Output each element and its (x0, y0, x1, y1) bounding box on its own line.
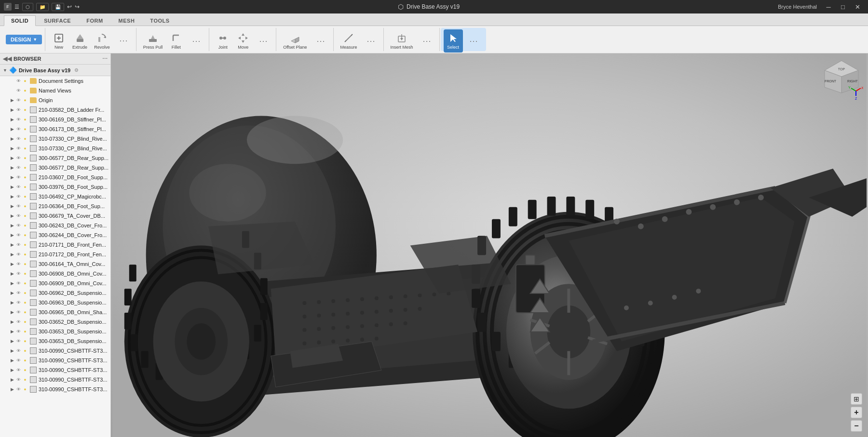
construct-plane-button[interactable]: Offset Plane (280, 29, 310, 53)
tree-item-item-22[interactable]: ▶👁●300-06965_DB_Omni_Sha... (0, 307, 110, 317)
tree-item-item-15[interactable]: ▶👁●210-07171_DB_Front_Fen... (0, 240, 110, 250)
visibility-icon[interactable]: 👁 (15, 252, 21, 257)
visibility-icon[interactable]: 👁 (15, 146, 21, 151)
save-btn[interactable]: 💾 (52, 3, 64, 11)
tree-item-item-04[interactable]: ▶👁●310-07330_CP_Blind_Rive... (0, 134, 110, 144)
expand-icon[interactable]: ▶ (9, 165, 15, 170)
expand-icon[interactable]: ▶ (9, 175, 15, 180)
lightbulb-icon[interactable]: ● (22, 242, 28, 248)
expand-icon[interactable]: ▶ (9, 262, 15, 266)
lightbulb-icon[interactable]: ● (22, 338, 28, 344)
expand-icon[interactable]: ▶ (9, 387, 15, 392)
visibility-icon[interactable]: 👁 (15, 329, 21, 334)
assemble-joint-button[interactable]: Joint (213, 29, 232, 53)
lightbulb-icon[interactable]: ● (22, 146, 28, 151)
lightbulb-icon[interactable]: ● (22, 165, 28, 171)
visibility-icon[interactable]: 👁 (15, 280, 21, 286)
close-button[interactable]: ✕ (851, 0, 864, 13)
tree-item-item-21[interactable]: ▶👁●300-06963_DB_Suspensio... (0, 298, 110, 307)
tree-item-item-30[interactable]: ▶👁●310-00990_CSHBTTF-ST3... (0, 384, 110, 394)
lightbulb-icon[interactable]: ● (22, 194, 28, 199)
expand-icon[interactable]: ▶ (9, 377, 15, 382)
expand-icon[interactable]: ▶ (9, 223, 15, 228)
tree-item-item-24[interactable]: ▶👁●300-03653_DB_Suspensio... (0, 327, 110, 336)
expand-icon[interactable]: ▶ (9, 146, 15, 151)
tab-tools[interactable]: TOOLS (143, 15, 176, 26)
lightbulb-icon[interactable]: ● (22, 97, 28, 103)
browser-collapse-left[interactable]: ◀◀ (3, 55, 12, 62)
tree-item-item-08[interactable]: ▶👁●210-03607_DB_Foot_Supp... (0, 172, 110, 182)
tree-item-item-16[interactable]: ▶👁●210-07172_DB_Front_Fen... (0, 250, 110, 259)
visibility-icon[interactable]: 👁 (15, 126, 21, 132)
expand-icon[interactable]: ▶ (9, 329, 15, 334)
measure-button[interactable]: Measure (338, 29, 360, 53)
visibility-icon[interactable]: 👁 (15, 348, 21, 354)
lightbulb-icon[interactable]: ● (22, 271, 28, 277)
visibility-icon[interactable]: 👁 (15, 155, 21, 161)
expand-icon[interactable]: ▶ (9, 291, 15, 295)
tree-item-origin[interactable]: ▶👁●Origin (0, 95, 110, 105)
tree-item-item-29[interactable]: ▶👁●310-00990_CSHBTTF-ST3... (0, 375, 110, 384)
expand-icon[interactable]: ▶ (9, 185, 15, 189)
new-btn[interactable]: ⬡ (22, 3, 33, 11)
expand-icon[interactable]: ▶ (9, 368, 15, 372)
tree-item-item-10[interactable]: ▶👁●310-06492_CP_Magicrobc... (0, 192, 110, 201)
undo-btn[interactable]: ↩ (67, 3, 72, 10)
expand-icon[interactable]: ▶ (9, 204, 15, 209)
visibility-icon[interactable]: 👁 (15, 88, 21, 93)
tree-item-document-settings[interactable]: 👁●Document Settings (0, 76, 110, 86)
visibility-icon[interactable]: 👁 (15, 338, 21, 344)
lightbulb-icon[interactable]: ● (22, 88, 28, 93)
tree-item-item-17[interactable]: ▶👁●300-06164_TA_Omni_Cov... (0, 259, 110, 269)
tree-item-item-27[interactable]: ▶👁●310-00990_CSHBTTF-ST3... (0, 356, 110, 365)
visibility-icon[interactable]: 👁 (15, 174, 21, 180)
more-insert-button[interactable]: ⋯ (417, 29, 436, 53)
tree-item-named-views[interactable]: 👁●Named Views (0, 86, 110, 95)
lightbulb-icon[interactable]: ● (22, 348, 28, 354)
visibility-icon[interactable]: 👁 (15, 290, 21, 296)
expand-icon[interactable]: ▶ (9, 300, 15, 305)
browser-options-icon[interactable]: ⋯ (102, 56, 108, 62)
lightbulb-icon[interactable]: ● (22, 309, 28, 315)
lightbulb-icon[interactable]: ● (22, 329, 28, 334)
expand-icon[interactable]: ▶ (9, 252, 15, 257)
lightbulb-icon[interactable]: ● (22, 203, 28, 209)
tree-item-item-01[interactable]: ▶👁●210-03582_DB_Ladder Fr... (0, 105, 110, 115)
zoom-to-fit-button[interactable]: ⊞ (851, 393, 862, 405)
lightbulb-icon[interactable]: ● (22, 184, 28, 190)
expand-icon[interactable]: ▶ (9, 242, 15, 247)
more-construct-button[interactable]: ⋯ (311, 29, 330, 53)
lightbulb-icon[interactable]: ● (22, 155, 28, 161)
lightbulb-icon[interactable]: ● (22, 252, 28, 257)
tree-item-item-13[interactable]: ▶👁●300-06243_DB_Cover_Fro... (0, 221, 110, 230)
visibility-icon[interactable]: 👁 (15, 319, 21, 325)
expand-icon[interactable]: ▶ (9, 107, 15, 112)
visibility-icon[interactable]: 👁 (15, 309, 21, 315)
lightbulb-icon[interactable]: ● (22, 386, 28, 392)
lightbulb-icon[interactable]: ● (22, 213, 28, 219)
window-menu[interactable]: ☰ (14, 4, 19, 10)
tab-form[interactable]: FORM (79, 15, 110, 26)
lightbulb-icon[interactable]: ● (22, 261, 28, 267)
visibility-icon[interactable]: 👁 (15, 107, 21, 113)
tree-item-item-23[interactable]: ▶👁●300-03652_DB_Suspensio... (0, 317, 110, 327)
visibility-icon[interactable]: 👁 (15, 223, 21, 228)
more-select-button[interactable]: ⋯ (464, 29, 483, 53)
lightbulb-icon[interactable]: ● (22, 232, 28, 238)
viewport[interactable]: TOP RIGHT FRONT X Y Z ⊞ + − (111, 53, 868, 437)
lightbulb-icon[interactable]: ● (22, 78, 28, 84)
lightbulb-icon[interactable]: ● (22, 300, 28, 305)
lightbulb-icon[interactable]: ● (22, 319, 28, 325)
open-btn[interactable]: 📁 (36, 3, 49, 11)
tree-item-item-28[interactable]: ▶👁●310-00990_CSHBTTF-ST3... (0, 365, 110, 375)
maximize-button[interactable]: □ (836, 0, 850, 13)
tree-item-item-05[interactable]: ▶👁●310-07330_CP_Blind_Rive... (0, 144, 110, 153)
lightbulb-icon[interactable]: ● (22, 223, 28, 228)
more-assemble-button[interactable]: ⋯ (254, 29, 273, 53)
zoom-in-button[interactable]: + (851, 407, 862, 418)
tree-item-item-02[interactable]: ▶👁●300-06169_DB_Stiffner_Pl... (0, 115, 110, 124)
expand-icon[interactable]: ▶ (9, 358, 15, 363)
visibility-icon[interactable]: 👁 (15, 78, 21, 84)
select-button[interactable]: Select (444, 29, 463, 53)
visibility-icon[interactable]: 👁 (15, 184, 21, 190)
